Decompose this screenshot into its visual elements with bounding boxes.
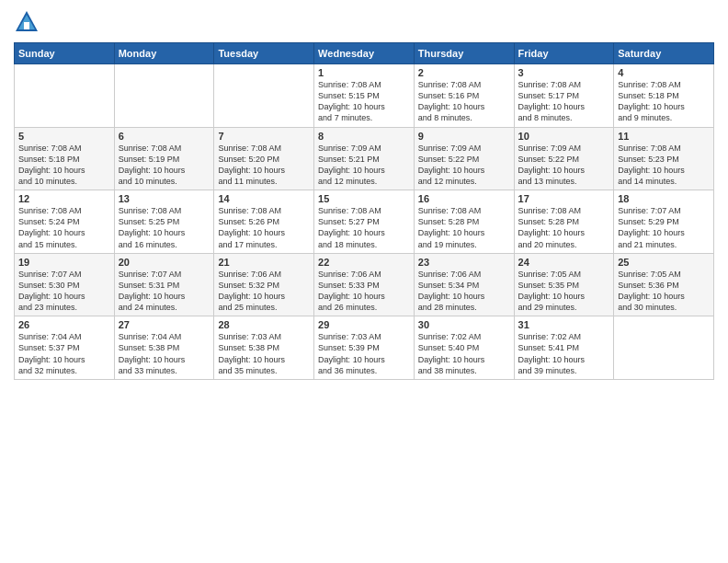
day-info-line: Daylight: 10 hours: [119, 291, 210, 302]
day-info-line: Sunrise: 7:08 AM: [218, 205, 310, 216]
header: [14, 9, 714, 35]
day-info-line: Sunset: 5:36 PM: [618, 280, 710, 291]
day-cell: 28Sunrise: 7:03 AMSunset: 5:38 PMDayligh…: [214, 316, 314, 380]
day-info-line: Sunset: 5:39 PM: [318, 342, 410, 353]
day-info-line: and 8 minutes.: [418, 112, 510, 123]
week-row-5: 26Sunrise: 7:04 AMSunset: 5:37 PMDayligh…: [15, 316, 714, 380]
day-info-line: and 20 minutes.: [518, 239, 610, 250]
day-info-line: Sunrise: 7:08 AM: [518, 79, 610, 90]
day-info-line: Sunrise: 7:08 AM: [218, 143, 310, 154]
day-info-line: Sunset: 5:22 PM: [518, 154, 610, 165]
day-info-line: Sunrise: 7:08 AM: [318, 205, 410, 216]
day-info-line: Sunset: 5:27 PM: [318, 216, 410, 227]
day-number: 5: [18, 131, 110, 142]
day-info-line: Sunrise: 7:08 AM: [119, 143, 210, 154]
day-info-line: Sunset: 5:40 PM: [418, 342, 510, 353]
col-thursday: Thursday: [414, 43, 514, 64]
day-info-line: Daylight: 10 hours: [518, 354, 610, 365]
day-info-line: Sunset: 5:18 PM: [618, 90, 710, 101]
day-number: 11: [618, 131, 710, 142]
day-cell: 13Sunrise: 7:08 AMSunset: 5:25 PMDayligh…: [114, 190, 214, 254]
day-info-line: Sunrise: 7:04 AM: [18, 331, 110, 342]
day-info-line: and 10 minutes.: [119, 176, 210, 187]
day-info-line: Sunset: 5:32 PM: [218, 280, 310, 291]
day-cell: 21Sunrise: 7:06 AMSunset: 5:32 PMDayligh…: [214, 253, 314, 316]
day-number: 28: [218, 319, 310, 330]
day-cell: [15, 64, 115, 128]
day-number: 27: [119, 319, 210, 330]
day-info-line: Sunset: 5:19 PM: [119, 154, 210, 165]
week-row-1: 1Sunrise: 7:08 AMSunset: 5:15 PMDaylight…: [15, 64, 714, 128]
day-cell: 26Sunrise: 7:04 AMSunset: 5:37 PMDayligh…: [15, 316, 115, 380]
day-cell: 17Sunrise: 7:08 AMSunset: 5:28 PMDayligh…: [514, 190, 614, 254]
day-number: 14: [218, 193, 310, 204]
day-info-line: and 25 minutes.: [218, 302, 310, 313]
col-saturday: Saturday: [614, 43, 714, 64]
day-info-line: and 21 minutes.: [618, 239, 710, 250]
day-info-line: Sunrise: 7:04 AM: [119, 331, 210, 342]
day-cell: 24Sunrise: 7:05 AMSunset: 5:35 PMDayligh…: [514, 253, 614, 316]
day-info-line: Sunrise: 7:06 AM: [218, 269, 310, 280]
day-info-line: Daylight: 10 hours: [119, 227, 210, 238]
day-info-line: and 8 minutes.: [518, 112, 610, 123]
day-number: 1: [318, 67, 410, 78]
day-info-line: Sunrise: 7:05 AM: [618, 269, 710, 280]
day-info-line: Sunset: 5:37 PM: [18, 342, 110, 353]
day-number: 8: [318, 131, 410, 142]
day-info-line: and 30 minutes.: [618, 302, 710, 313]
col-wednesday: Wednesday: [314, 43, 415, 64]
day-info-line: Sunset: 5:16 PM: [418, 90, 510, 101]
day-info-line: Sunrise: 7:08 AM: [418, 205, 510, 216]
day-info-line: Sunrise: 7:08 AM: [18, 205, 110, 216]
day-cell: 31Sunrise: 7:02 AMSunset: 5:41 PMDayligh…: [514, 316, 614, 380]
day-info-line: Daylight: 10 hours: [318, 227, 410, 238]
day-info-line: Daylight: 10 hours: [119, 354, 210, 365]
day-info-line: Sunset: 5:28 PM: [418, 216, 510, 227]
logo-icon: [14, 9, 40, 35]
day-info-line: and 17 minutes.: [218, 239, 310, 250]
day-info-line: Daylight: 10 hours: [518, 165, 610, 176]
day-number: 21: [218, 257, 310, 268]
col-tuesday: Tuesday: [214, 43, 314, 64]
day-cell: 18Sunrise: 7:07 AMSunset: 5:29 PMDayligh…: [614, 190, 714, 254]
day-info-line: and 11 minutes.: [218, 176, 310, 187]
day-number: 30: [418, 319, 510, 330]
calendar-header: Sunday Monday Tuesday Wednesday Thursday…: [15, 43, 714, 64]
day-info-line: Sunset: 5:24 PM: [18, 216, 110, 227]
day-info-line: Daylight: 10 hours: [418, 354, 510, 365]
day-info-line: Sunrise: 7:06 AM: [418, 269, 510, 280]
day-info-line: Sunrise: 7:06 AM: [318, 269, 410, 280]
day-cell: [214, 64, 314, 128]
day-info-line: Sunset: 5:38 PM: [119, 342, 210, 353]
day-info-line: Daylight: 10 hours: [318, 291, 410, 302]
day-info-line: Daylight: 10 hours: [318, 165, 410, 176]
day-cell: [614, 316, 714, 380]
day-info-line: Sunrise: 7:03 AM: [318, 331, 410, 342]
day-info-line: Sunset: 5:35 PM: [518, 280, 610, 291]
week-row-3: 12Sunrise: 7:08 AMSunset: 5:24 PMDayligh…: [15, 190, 714, 254]
day-cell: 25Sunrise: 7:05 AMSunset: 5:36 PMDayligh…: [614, 253, 714, 316]
day-info-line: Daylight: 10 hours: [418, 165, 510, 176]
day-info-line: Sunrise: 7:08 AM: [318, 79, 410, 90]
day-number: 13: [119, 193, 210, 204]
day-info-line: Sunset: 5:18 PM: [18, 154, 110, 165]
day-info-line: and 12 minutes.: [318, 176, 410, 187]
day-info-line: Daylight: 10 hours: [18, 227, 110, 238]
day-cell: 10Sunrise: 7:09 AMSunset: 5:22 PMDayligh…: [514, 127, 614, 190]
day-info-line: Sunset: 5:29 PM: [618, 216, 710, 227]
day-info-line: Sunrise: 7:02 AM: [518, 331, 610, 342]
week-row-4: 19Sunrise: 7:07 AMSunset: 5:30 PMDayligh…: [15, 253, 714, 316]
header-row: Sunday Monday Tuesday Wednesday Thursday…: [15, 43, 714, 64]
day-info-line: Daylight: 10 hours: [618, 165, 710, 176]
day-info-line: Sunset: 5:25 PM: [119, 216, 210, 227]
day-info-line: Daylight: 10 hours: [418, 101, 510, 112]
day-number: 24: [518, 257, 610, 268]
col-sunday: Sunday: [15, 43, 115, 64]
day-cell: 16Sunrise: 7:08 AMSunset: 5:28 PMDayligh…: [414, 190, 514, 254]
day-info-line: Sunset: 5:33 PM: [318, 280, 410, 291]
day-info-line: Daylight: 10 hours: [418, 291, 510, 302]
day-info-line: and 24 minutes.: [119, 302, 210, 313]
day-info-line: Daylight: 10 hours: [218, 165, 310, 176]
day-number: 9: [418, 131, 510, 142]
page: Sunday Monday Tuesday Wednesday Thursday…: [0, 0, 728, 563]
